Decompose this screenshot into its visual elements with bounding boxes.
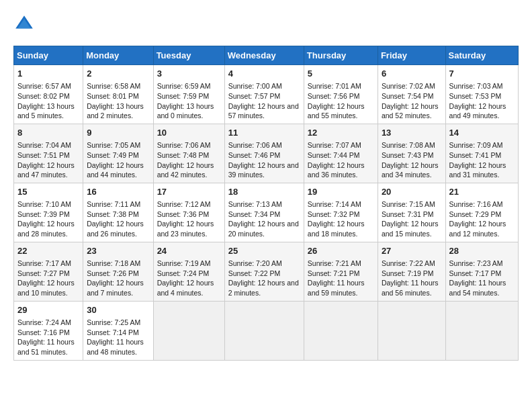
daylight-text: Daylight: 12 hours and 52 minutes. bbox=[382, 101, 442, 121]
day-number: 15 bbox=[17, 186, 79, 198]
daylight-text: Daylight: 12 hours and 49 minutes. bbox=[449, 101, 515, 121]
sunrise-text: Sunrise: 7:04 AM bbox=[17, 140, 79, 150]
calendar-cell bbox=[224, 301, 304, 360]
sunrise-text: Sunrise: 7:08 AM bbox=[382, 140, 442, 150]
sunset-text: Sunset: 7:38 PM bbox=[87, 210, 149, 220]
sunrise-text: Sunrise: 7:09 AM bbox=[449, 140, 515, 150]
day-number: 2 bbox=[87, 68, 149, 80]
daylight-text: Daylight: 12 hours and 47 minutes. bbox=[17, 161, 79, 180]
sunset-text: Sunset: 7:46 PM bbox=[228, 150, 300, 161]
logo-icon bbox=[13, 13, 35, 35]
day-number: 22 bbox=[17, 245, 79, 257]
sunset-text: Sunset: 7:22 PM bbox=[228, 269, 300, 279]
sunset-text: Sunset: 7:43 PM bbox=[382, 150, 442, 161]
sunset-text: Sunset: 7:19 PM bbox=[382, 269, 442, 279]
sunset-text: Sunset: 7:31 PM bbox=[382, 210, 442, 220]
day-number: 29 bbox=[17, 304, 79, 316]
daylight-text: Daylight: 11 hours and 56 minutes. bbox=[382, 278, 442, 298]
calendar-cell: 10Sunrise: 7:06 AMSunset: 7:48 PMDayligh… bbox=[153, 124, 224, 183]
sunrise-text: Sunrise: 7:23 AM bbox=[449, 259, 515, 269]
sunset-text: Sunset: 8:01 PM bbox=[87, 91, 149, 101]
calendar-cell: 3Sunrise: 6:59 AMSunset: 7:59 PMDaylight… bbox=[153, 65, 224, 124]
sunrise-text: Sunrise: 7:24 AM bbox=[17, 318, 79, 328]
day-number: 14 bbox=[449, 127, 515, 139]
sunrise-text: Sunrise: 7:07 AM bbox=[308, 140, 374, 150]
calendar-cell: 7Sunrise: 7:03 AMSunset: 7:53 PMDaylight… bbox=[445, 65, 518, 124]
day-number: 28 bbox=[449, 245, 515, 257]
sunset-text: Sunset: 7:41 PM bbox=[449, 150, 515, 161]
day-number: 1 bbox=[17, 68, 79, 80]
calendar-table: SundayMondayTuesdayWednesdayThursdayFrid… bbox=[13, 46, 519, 361]
sunset-text: Sunset: 8:02 PM bbox=[17, 91, 79, 101]
calendar-cell: 14Sunrise: 7:09 AMSunset: 7:41 PMDayligh… bbox=[445, 124, 518, 183]
calendar-cell: 27Sunrise: 7:22 AMSunset: 7:19 PMDayligh… bbox=[378, 242, 445, 301]
day-number: 11 bbox=[228, 127, 300, 139]
calendar-cell: 2Sunrise: 6:58 AMSunset: 8:01 PMDaylight… bbox=[83, 65, 153, 124]
sunrise-text: Sunrise: 7:19 AM bbox=[157, 259, 221, 269]
day-number: 30 bbox=[87, 304, 149, 316]
day-number: 6 bbox=[382, 68, 442, 80]
day-number: 8 bbox=[17, 127, 79, 139]
column-header-saturday: Saturday bbox=[445, 46, 518, 65]
daylight-text: Daylight: 12 hours and 55 minutes. bbox=[308, 101, 374, 121]
calendar-cell: 12Sunrise: 7:07 AMSunset: 7:44 PMDayligh… bbox=[304, 124, 378, 183]
day-number: 23 bbox=[87, 245, 149, 257]
calendar-week-3: 15Sunrise: 7:10 AMSunset: 7:39 PMDayligh… bbox=[14, 183, 519, 242]
calendar-week-1: 1Sunrise: 6:57 AMSunset: 8:02 PMDaylight… bbox=[14, 65, 519, 124]
page-header bbox=[13, 13, 519, 35]
daylight-text: Daylight: 11 hours and 48 minutes. bbox=[87, 337, 149, 357]
day-number: 10 bbox=[157, 127, 221, 139]
sunset-text: Sunset: 7:51 PM bbox=[17, 150, 79, 161]
sunrise-text: Sunrise: 7:06 AM bbox=[228, 140, 300, 150]
day-number: 25 bbox=[228, 245, 300, 257]
calendar-cell: 13Sunrise: 7:08 AMSunset: 7:43 PMDayligh… bbox=[378, 124, 445, 183]
column-header-wednesday: Wednesday bbox=[224, 46, 304, 65]
calendar-cell bbox=[153, 301, 224, 360]
day-number: 18 bbox=[228, 186, 300, 198]
sunset-text: Sunset: 7:48 PM bbox=[157, 150, 221, 161]
sunrise-text: Sunrise: 7:01 AM bbox=[308, 81, 374, 91]
daylight-text: Daylight: 12 hours and 39 minutes. bbox=[228, 161, 300, 180]
sunrise-text: Sunrise: 7:00 AM bbox=[228, 81, 300, 91]
calendar-cell: 18Sunrise: 7:13 AMSunset: 7:34 PMDayligh… bbox=[224, 183, 304, 242]
calendar-cell: 21Sunrise: 7:16 AMSunset: 7:29 PMDayligh… bbox=[445, 183, 518, 242]
sunset-text: Sunset: 7:21 PM bbox=[308, 269, 374, 279]
column-header-friday: Friday bbox=[378, 46, 445, 65]
logo bbox=[13, 13, 38, 35]
sunset-text: Sunset: 7:53 PM bbox=[449, 91, 515, 101]
day-number: 27 bbox=[382, 245, 442, 257]
sunset-text: Sunset: 7:29 PM bbox=[449, 210, 515, 220]
calendar-week-4: 22Sunrise: 7:17 AMSunset: 7:27 PMDayligh… bbox=[14, 242, 519, 301]
sunrise-text: Sunrise: 7:12 AM bbox=[157, 199, 221, 210]
daylight-text: Daylight: 12 hours and 57 minutes. bbox=[228, 101, 300, 121]
day-number: 21 bbox=[449, 186, 515, 198]
sunrise-text: Sunrise: 7:17 AM bbox=[17, 259, 79, 269]
sunrise-text: Sunrise: 7:20 AM bbox=[228, 259, 300, 269]
calendar-cell: 30Sunrise: 7:25 AMSunset: 7:14 PMDayligh… bbox=[83, 301, 153, 360]
daylight-text: Daylight: 12 hours and 28 minutes. bbox=[17, 219, 79, 238]
daylight-text: Daylight: 11 hours and 59 minutes. bbox=[308, 278, 374, 298]
day-number: 12 bbox=[308, 127, 374, 139]
calendar-cell bbox=[304, 301, 378, 360]
sunset-text: Sunset: 7:39 PM bbox=[17, 210, 79, 220]
calendar-cell: 5Sunrise: 7:01 AMSunset: 7:56 PMDaylight… bbox=[304, 65, 378, 124]
sunrise-text: Sunrise: 6:57 AM bbox=[17, 81, 79, 91]
daylight-text: Daylight: 12 hours and 31 minutes. bbox=[449, 161, 515, 180]
calendar-week-5: 29Sunrise: 7:24 AMSunset: 7:16 PMDayligh… bbox=[14, 301, 519, 360]
daylight-text: Daylight: 13 hours and 5 minutes. bbox=[17, 101, 79, 121]
day-number: 3 bbox=[157, 68, 221, 80]
sunrise-text: Sunrise: 7:21 AM bbox=[308, 259, 374, 269]
calendar-cell: 19Sunrise: 7:14 AMSunset: 7:32 PMDayligh… bbox=[304, 183, 378, 242]
daylight-text: Daylight: 11 hours and 51 minutes. bbox=[17, 337, 79, 357]
day-number: 5 bbox=[308, 68, 374, 80]
sunset-text: Sunset: 7:57 PM bbox=[228, 91, 300, 101]
calendar-cell bbox=[445, 301, 518, 360]
daylight-text: Daylight: 12 hours and 20 minutes. bbox=[228, 219, 300, 238]
sunset-text: Sunset: 7:32 PM bbox=[308, 210, 374, 220]
day-number: 16 bbox=[87, 186, 149, 198]
sunrise-text: Sunrise: 6:58 AM bbox=[87, 81, 149, 91]
daylight-text: Daylight: 12 hours and 10 minutes. bbox=[17, 278, 79, 298]
daylight-text: Daylight: 11 hours and 54 minutes. bbox=[449, 278, 515, 298]
daylight-text: Daylight: 12 hours and 15 minutes. bbox=[382, 219, 442, 238]
column-header-monday: Monday bbox=[83, 46, 153, 65]
